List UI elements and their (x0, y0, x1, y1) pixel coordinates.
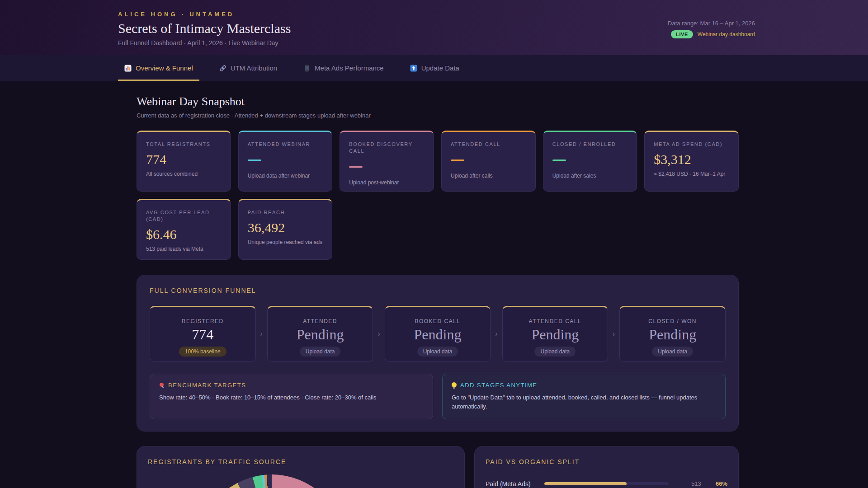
stage-value: 774 (150, 326, 255, 343)
stat-card-booked-discovery-call: BOOKED DISCOVERY CALL Upload post-webina… (340, 131, 434, 192)
pending-dash (248, 160, 261, 161)
live-badge: LIVE (671, 30, 693, 38)
traffic-source-panel: REGISTRANTS BY TRAFFIC SOURCE Instagram (137, 446, 465, 488)
live-status: LIVE Webinar day dashboard (671, 30, 755, 38)
add-stages-title-row: ADD STAGES ANYTIME (452, 382, 716, 389)
paid-vs-organic-panel: PAID VS ORGANIC SPLIT Paid (Meta Ads) 51… (474, 446, 739, 488)
main-content: Webinar Day Snapshot Current data as of … (137, 95, 739, 488)
stat-note: Upload data after webinar (248, 172, 323, 180)
stat-label: META AD SPEND (CAD) (654, 141, 729, 148)
live-label: Webinar day dashboard (698, 31, 755, 38)
tab-label: UTM Attribution (231, 64, 277, 72)
bottom-panels: REGISTRANTS BY TRAFFIC SOURCE Instagram … (137, 446, 739, 488)
tab-label: Overview & Funnel (136, 64, 193, 72)
stat-value: 774 (146, 152, 222, 167)
pending-dash (451, 160, 464, 161)
stage-badge: Upload data (534, 347, 576, 357)
section-title-snapshot: Webinar Day Snapshot (137, 95, 739, 108)
stage-badge: Upload data (417, 347, 458, 357)
split-row-pct: 66% (701, 480, 727, 487)
stage-label: ATTENDED CALL (503, 318, 608, 324)
funnel-stage-attended-call: ATTENDED CALL Pending Upload data (502, 306, 609, 362)
add-stages-box: ADD STAGES ANYTIME Go to "Update Data" t… (442, 374, 726, 419)
stage-badge: 100% baseline (179, 347, 226, 357)
conversion-funnel-panel: FULL CONVERSION FUNNEL REGISTERED 774 10… (137, 275, 739, 432)
chevron-right-icon: › (611, 306, 617, 362)
stat-card-closed-enrolled: CLOSED / ENROLLED Upload after sales (543, 131, 637, 192)
split-rows: Paid (Meta Ads) 513 66% Instagram Organi… (486, 479, 727, 488)
stat-label: ATTENDED WEBINAR (248, 141, 323, 148)
stage-label: ATTENDED (268, 318, 373, 324)
bar-chart-icon (124, 65, 132, 72)
stat-card-attended-call: ATTENDED CALL Upload after calls (441, 131, 536, 192)
stat-card-attended-webinar: ATTENDED WEBINAR Upload data after webin… (238, 131, 333, 192)
add-stages-text: Go to "Update Data" tab to upload attend… (452, 393, 716, 411)
link-icon (219, 65, 226, 72)
stat-note: Upload post-webinar (349, 179, 425, 187)
split-row-paid: Paid (Meta Ads) 513 66% (486, 479, 727, 488)
stat-note: ≈ $2,418 USD · 16 Mar–1 Apr (654, 170, 729, 178)
stage-badge: Upload data (652, 347, 693, 357)
bulb-icon (452, 382, 457, 389)
stage-value: Pending (385, 326, 491, 343)
traffic-donut (198, 474, 345, 488)
traffic-panel-title: REGISTRANTS BY TRAFFIC SOURCE (148, 458, 453, 465)
stat-note: Upload after sales (552, 172, 628, 180)
benchmark-targets-box: BENCHMARK TARGETS Show rate: 40–50% · Bo… (150, 374, 433, 419)
funnel-stage-registered: REGISTERED 774 100% baseline (150, 306, 256, 362)
stage-label: BOOKED CALL (385, 318, 491, 324)
tab-overview-funnel[interactable]: Overview & Funnel (118, 55, 199, 81)
split-row-value: 513 (669, 480, 701, 487)
split-panel-title: PAID VS ORGANIC SPLIT (486, 458, 727, 465)
stat-label: CLOSED / ENROLLED (552, 141, 628, 148)
funnel-stages: REGISTERED 774 100% baseline › ATTENDED … (150, 306, 726, 362)
funnel-stage-closed-won: CLOSED / WON Pending Upload data (619, 306, 726, 362)
pushpin-icon (159, 383, 165, 388)
tab-meta-ads[interactable]: Meta Ads Performance (297, 55, 390, 81)
stat-value: $6.46 (146, 227, 222, 242)
stage-label: REGISTERED (150, 318, 255, 324)
stat-note: 513 paid leads via Meta (146, 245, 222, 253)
stat-label: TOTAL REGISTRANTS (146, 141, 222, 148)
brand-name: ALICE HONG · UNTAMED (118, 11, 291, 18)
stage-label: CLOSED / WON (620, 318, 725, 324)
funnel-stage-booked-call: BOOKED CALL Pending Upload data (385, 306, 491, 362)
phone-icon (303, 65, 311, 72)
page-title: Secrets of Intimacy Masterclass (118, 21, 291, 36)
stat-value: $3,312 (654, 152, 729, 167)
pending-dash (552, 160, 566, 161)
funnel-info-boxes: BENCHMARK TARGETS Show rate: 40–50% · Bo… (150, 374, 726, 419)
stat-card-avg-cost-per-lead: AVG COST PER LEAD (CAD) $6.46 513 paid l… (137, 199, 231, 260)
tab-label: Update Data (421, 64, 459, 72)
stat-label: BOOKED DISCOVERY CALL (349, 141, 425, 155)
stat-card-paid-reach: PAID REACH 36,492 Unique people reached … (238, 199, 333, 260)
stat-label: ATTENDED CALL (451, 141, 526, 148)
data-range: Data range: Mar 16 – Apr 1, 2026 (668, 20, 755, 27)
bar-track (544, 482, 669, 485)
stat-label: PAID REACH (248, 209, 323, 216)
header-left: ALICE HONG · UNTAMED Secrets of Intimacy… (118, 11, 291, 55)
stat-note: All sources combined (146, 170, 222, 178)
page-header: ALICE HONG · UNTAMED Secrets of Intimacy… (0, 0, 868, 55)
chevron-right-icon: › (259, 306, 264, 362)
split-row-label: Paid (Meta Ads) (486, 480, 544, 488)
chevron-right-icon: › (493, 306, 499, 362)
tab-utm-attribution[interactable]: UTM Attribution (213, 55, 283, 81)
upload-icon (410, 65, 417, 72)
stat-note: Unique people reached via ads (248, 239, 323, 246)
funnel-title: FULL CONVERSION FUNNEL (150, 287, 726, 294)
stage-value: Pending (620, 326, 725, 343)
tab-update-data[interactable]: Update Data (404, 55, 466, 81)
stage-badge: Upload data (300, 347, 341, 357)
pending-dash (349, 166, 363, 168)
benchmark-title-row: BENCHMARK TARGETS (159, 382, 424, 389)
stat-label: AVG COST PER LEAD (CAD) (146, 209, 222, 223)
section-subtitle-snapshot: Current data as of registration close · … (137, 112, 739, 119)
stage-value: Pending (503, 326, 608, 343)
header-right: Data range: Mar 16 – Apr 1, 2026 LIVE We… (668, 11, 755, 55)
stat-value: 36,492 (248, 220, 323, 235)
benchmark-title: BENCHMARK TARGETS (168, 382, 246, 389)
tab-label: Meta Ads Performance (315, 64, 384, 72)
stat-card-total-registrants: TOTAL REGISTRANTS 774 All sources combin… (137, 131, 231, 192)
stat-card-meta-ad-spend: META AD SPEND (CAD) $3,312 ≈ $2,418 USD … (644, 131, 739, 192)
